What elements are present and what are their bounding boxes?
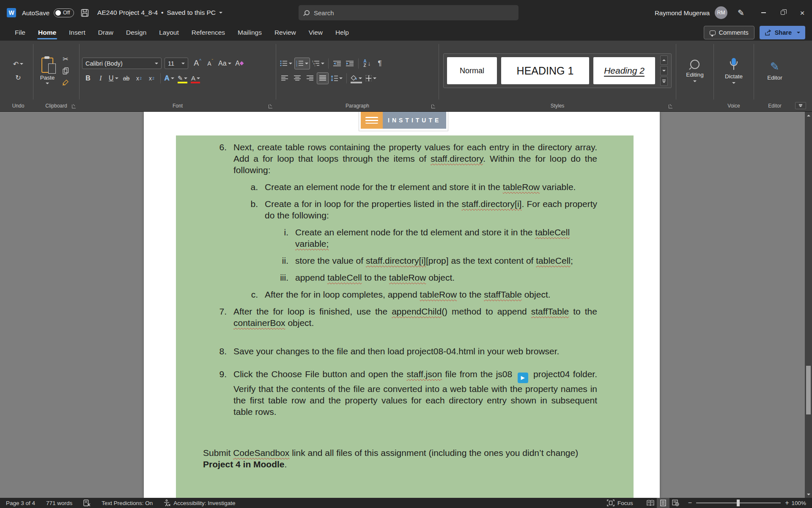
increase-indent-button[interactable] — [344, 58, 356, 69]
paragraph[interactable]: a. Create an element node for the tr ele… — [176, 181, 634, 193]
paragraph[interactable]: b. Create a for in loop for the properti… — [176, 198, 634, 221]
zoom-slider[interactable] — [696, 502, 781, 503]
web-layout-button[interactable] — [669, 498, 682, 508]
minimize-button[interactable] — [754, 0, 773, 25]
format-painter-button[interactable] — [60, 77, 71, 88]
paragraph[interactable]: 9. Click the Choose File button and open… — [176, 368, 634, 417]
strikethrough-button[interactable]: ab — [121, 72, 132, 84]
word-app-icon[interactable]: W — [7, 8, 16, 17]
styles-scroll-down-button[interactable] — [660, 66, 668, 75]
italic-button[interactable]: I — [95, 72, 107, 84]
line-spacing-button[interactable] — [329, 72, 344, 84]
word-count[interactable]: 771 words — [46, 500, 72, 506]
restore-button[interactable] — [773, 0, 793, 25]
comments-button[interactable]: Comments — [704, 26, 754, 39]
page-indicator[interactable]: Page 3 of 4 — [6, 500, 35, 506]
zoom-in-button[interactable]: + — [785, 499, 789, 507]
justify-button[interactable] — [317, 72, 329, 84]
user-name[interactable]: Raymond Mugerwa — [655, 9, 710, 17]
tab-help[interactable]: Help — [329, 26, 355, 41]
tab-references[interactable]: References — [185, 26, 231, 41]
font-name-select[interactable]: Calibri (Body) — [82, 58, 162, 69]
paragraph[interactable]: Submit CodeSandbox link and all files of… — [176, 447, 634, 470]
tab-file[interactable]: File — [8, 26, 32, 41]
editor-button[interactable]: ✎ Editor — [757, 61, 793, 81]
text-effects-button[interactable]: A — [163, 72, 176, 84]
show-formatting-button[interactable]: ¶ — [374, 58, 386, 69]
scrollbar-thumb[interactable] — [806, 366, 811, 414]
font-color-button[interactable]: A — [189, 72, 201, 84]
cut-button[interactable]: ✂ — [60, 54, 71, 64]
paste-button[interactable]: Paste — [36, 44, 59, 98]
redo-button[interactable]: ↻ — [12, 72, 24, 83]
highlight-button[interactable]: ✎ — [176, 72, 189, 84]
paragraph-dialog-launcher[interactable] — [431, 105, 435, 108]
paragraph[interactable]: ii. store the value of staff.directory[i… — [176, 255, 634, 266]
style-normal[interactable]: Normal — [447, 57, 497, 84]
editing-button[interactable]: Editing — [679, 60, 711, 82]
text-predictions-button[interactable]: Text Predictions: On — [102, 500, 153, 506]
decrease-indent-button[interactable] — [331, 58, 343, 69]
avatar[interactable]: RM — [715, 6, 727, 19]
paragraph[interactable]: c. After the for in loop completes, appe… — [176, 289, 634, 300]
sort-button[interactable]: A Z ↓ — [361, 58, 373, 69]
borders-button[interactable] — [364, 72, 378, 84]
clipboard-dialog-launcher[interactable] — [72, 105, 76, 108]
collapse-ribbon-button[interactable] — [795, 102, 806, 109]
copy-button[interactable] — [60, 66, 71, 76]
share-button[interactable]: Share — [760, 26, 805, 39]
numbering-button[interactable]: 123 — [294, 58, 310, 69]
zoom-slider-thumb[interactable] — [737, 500, 740, 506]
font-size-select[interactable]: 11 — [165, 58, 188, 69]
shrink-font-button[interactable]: Aˇ — [204, 58, 216, 69]
superscript-button[interactable]: x2 — [146, 72, 158, 84]
paragraph[interactable]: 7. After the for loop is finished, use t… — [176, 306, 634, 329]
document-page[interactable]: INSTITUTE 6. Next, create table rows con… — [144, 112, 660, 498]
align-right-button[interactable] — [304, 72, 316, 84]
styles-dialog-launcher[interactable] — [669, 105, 672, 108]
scroll-up-button[interactable] — [805, 112, 812, 119]
document-title[interactable]: AE240 Project 4_8-4 • Saved to this PC — [97, 9, 222, 17]
styles-scroll-up-button[interactable] — [660, 55, 668, 65]
vertical-scrollbar[interactable] — [805, 112, 812, 498]
multilevel-list-button[interactable]: 1ai — [311, 58, 326, 69]
read-mode-button[interactable] — [644, 498, 657, 508]
underline-button[interactable]: U — [107, 72, 120, 84]
style-heading1[interactable]: HEADING 1 — [501, 57, 589, 84]
undo-button[interactable]: ↶ — [12, 58, 25, 70]
zoom-level[interactable]: 100% — [791, 500, 806, 506]
tab-home[interactable]: Home — [32, 26, 63, 41]
paragraph[interactable]: 6. Next, create table rows containing th… — [176, 141, 634, 176]
tab-view[interactable]: View — [302, 26, 329, 41]
bullets-button[interactable] — [279, 58, 294, 69]
shading-button[interactable] — [349, 72, 363, 84]
tab-draw[interactable]: Draw — [92, 26, 120, 41]
dictate-button[interactable]: Dictate — [716, 58, 751, 84]
tab-mailings[interactable]: Mailings — [231, 26, 268, 41]
paragraph[interactable]: 8. Save your changes to the file and the… — [176, 345, 634, 357]
styles-more-button[interactable] — [660, 77, 668, 86]
accessibility-button[interactable]: Accessibility: Investigate — [164, 500, 235, 506]
print-layout-button[interactable] — [657, 498, 669, 508]
subscript-button[interactable]: x2 — [133, 72, 145, 84]
search-input[interactable]: Search — [299, 5, 518, 20]
autosave-toggle[interactable]: Off — [54, 8, 74, 17]
align-left-button[interactable] — [279, 72, 291, 84]
close-button[interactable]: × — [793, 0, 812, 25]
paragraph[interactable]: i. Create an element node for the td ele… — [176, 226, 634, 249]
proofing-errors-button[interactable] — [83, 500, 91, 506]
paragraph[interactable]: iii. append tableCell to the tableRow ob… — [176, 272, 634, 283]
style-heading2[interactable]: Heading 2 — [593, 57, 655, 84]
font-dialog-launcher[interactable] — [269, 105, 272, 108]
bold-button[interactable]: B — [82, 72, 94, 84]
focus-button[interactable]: Focus — [607, 500, 633, 506]
grow-font-button[interactable]: A^ — [192, 58, 203, 69]
inking-pen-icon[interactable]: ✎ — [738, 8, 744, 18]
tab-review[interactable]: Review — [268, 26, 302, 41]
scroll-down-button[interactable] — [805, 491, 812, 498]
change-case-button[interactable]: Aa — [217, 58, 233, 69]
save-button[interactable] — [81, 9, 89, 17]
align-center-button[interactable] — [291, 72, 303, 84]
zoom-out-button[interactable]: − — [688, 499, 692, 507]
highlighted-text-block[interactable]: 6. Next, create table rows containing th… — [176, 135, 634, 498]
